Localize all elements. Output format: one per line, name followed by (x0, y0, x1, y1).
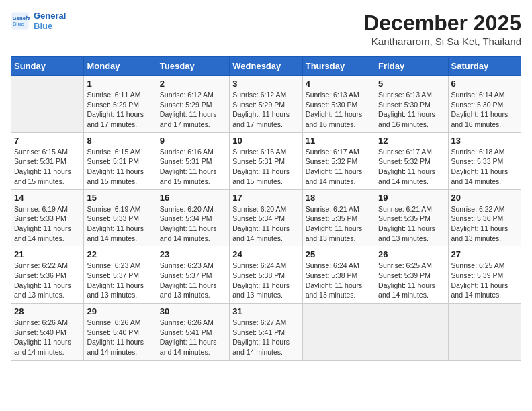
day-number: 6 (451, 79, 518, 89)
day-cell: 9Sunrise: 6:16 AM Sunset: 5:31 PM Daylig… (157, 132, 229, 189)
day-info: Sunrise: 6:26 AM Sunset: 5:41 PM Dayligh… (160, 318, 226, 357)
day-number: 14 (14, 193, 81, 203)
day-number: 15 (87, 193, 153, 203)
logo-icon: General Blue (11, 11, 30, 30)
week-row-2: 7Sunrise: 6:15 AM Sunset: 5:31 PM Daylig… (11, 132, 521, 189)
day-number: 27 (451, 249, 518, 259)
day-number: 31 (232, 306, 299, 316)
day-cell: 12Sunrise: 6:17 AM Sunset: 5:32 PM Dayli… (375, 132, 448, 189)
calendar-table: SundayMondayTuesdayWednesdayThursdayFrid… (11, 56, 521, 361)
day-cell: 28Sunrise: 6:26 AM Sunset: 5:40 PM Dayli… (11, 304, 84, 361)
top-row: General Blue General Blue December 2025 … (11, 11, 521, 52)
day-cell: 17Sunrise: 6:20 AM Sunset: 5:34 PM Dayli… (230, 189, 302, 246)
day-cell: 23Sunrise: 6:23 AM Sunset: 5:37 PM Dayli… (157, 246, 229, 304)
col-header-thursday: Thursday (302, 57, 375, 76)
day-number: 18 (306, 193, 372, 203)
col-header-monday: Monday (84, 57, 157, 76)
day-number: 8 (87, 136, 153, 146)
day-number: 30 (160, 306, 226, 316)
day-info: Sunrise: 6:14 AM Sunset: 5:30 PM Dayligh… (451, 90, 518, 130)
day-number: 7 (14, 136, 81, 146)
day-info: Sunrise: 6:22 AM Sunset: 5:36 PM Dayligh… (14, 261, 81, 300)
day-number: 5 (378, 79, 445, 89)
day-info: Sunrise: 6:23 AM Sunset: 5:37 PM Dayligh… (160, 261, 226, 300)
day-cell: 7Sunrise: 6:15 AM Sunset: 5:31 PM Daylig… (11, 132, 84, 189)
day-info: Sunrise: 6:26 AM Sunset: 5:40 PM Dayligh… (14, 318, 81, 357)
day-cell: 8Sunrise: 6:15 AM Sunset: 5:31 PM Daylig… (84, 132, 157, 189)
day-info: Sunrise: 6:19 AM Sunset: 5:33 PM Dayligh… (14, 204, 81, 244)
logo: General Blue General Blue (11, 11, 66, 31)
day-cell: 15Sunrise: 6:19 AM Sunset: 5:33 PM Dayli… (84, 189, 157, 246)
day-cell: 29Sunrise: 6:26 AM Sunset: 5:40 PM Dayli… (84, 304, 157, 361)
day-cell: 3Sunrise: 6:12 AM Sunset: 5:29 PM Daylig… (230, 76, 302, 133)
day-number: 25 (306, 249, 372, 259)
header-row: SundayMondayTuesdayWednesdayThursdayFrid… (11, 57, 521, 76)
day-info: Sunrise: 6:21 AM Sunset: 5:35 PM Dayligh… (306, 204, 372, 244)
day-info: Sunrise: 6:19 AM Sunset: 5:33 PM Dayligh… (87, 204, 153, 244)
day-cell: 5Sunrise: 6:13 AM Sunset: 5:30 PM Daylig… (375, 76, 448, 133)
location-title: Kanthararom, Si Sa Ket, Thailand (363, 36, 521, 47)
day-info: Sunrise: 6:13 AM Sunset: 5:30 PM Dayligh… (306, 90, 372, 130)
day-number: 11 (306, 136, 372, 146)
day-info: Sunrise: 6:20 AM Sunset: 5:34 PM Dayligh… (232, 204, 299, 244)
day-info: Sunrise: 6:18 AM Sunset: 5:33 PM Dayligh… (451, 147, 518, 187)
day-cell: 26Sunrise: 6:25 AM Sunset: 5:39 PM Dayli… (375, 246, 448, 304)
col-header-sunday: Sunday (11, 57, 84, 76)
day-cell: 27Sunrise: 6:25 AM Sunset: 5:39 PM Dayli… (448, 246, 521, 304)
day-info: Sunrise: 6:12 AM Sunset: 5:29 PM Dayligh… (232, 90, 299, 130)
day-info: Sunrise: 6:23 AM Sunset: 5:37 PM Dayligh… (87, 261, 153, 300)
day-number: 28 (14, 306, 81, 316)
day-number: 12 (378, 136, 445, 146)
day-number: 17 (232, 193, 299, 203)
col-header-tuesday: Tuesday (157, 57, 229, 76)
day-info: Sunrise: 6:21 AM Sunset: 5:35 PM Dayligh… (378, 204, 445, 244)
day-number: 9 (160, 136, 226, 146)
day-info: Sunrise: 6:25 AM Sunset: 5:39 PM Dayligh… (378, 261, 445, 300)
day-cell: 25Sunrise: 6:24 AM Sunset: 5:38 PM Dayli… (302, 246, 375, 304)
day-number: 26 (378, 249, 445, 259)
day-cell: 24Sunrise: 6:24 AM Sunset: 5:38 PM Dayli… (230, 246, 302, 304)
day-cell: 10Sunrise: 6:16 AM Sunset: 5:31 PM Dayli… (230, 132, 302, 189)
svg-text:General: General (13, 15, 30, 21)
day-info: Sunrise: 6:16 AM Sunset: 5:31 PM Dayligh… (160, 147, 226, 187)
day-number: 29 (87, 306, 153, 316)
day-cell (375, 304, 448, 361)
day-number: 19 (378, 193, 445, 203)
week-row-5: 28Sunrise: 6:26 AM Sunset: 5:40 PM Dayli… (11, 304, 521, 361)
day-info: Sunrise: 6:24 AM Sunset: 5:38 PM Dayligh… (306, 261, 372, 300)
week-row-1: 1Sunrise: 6:11 AM Sunset: 5:29 PM Daylig… (11, 76, 521, 133)
day-number: 22 (87, 249, 153, 259)
month-title: December 2025 (363, 11, 521, 36)
week-row-4: 21Sunrise: 6:22 AM Sunset: 5:36 PM Dayli… (11, 246, 521, 304)
day-cell (11, 76, 84, 133)
day-cell: 2Sunrise: 6:12 AM Sunset: 5:29 PM Daylig… (157, 76, 229, 133)
day-cell: 6Sunrise: 6:14 AM Sunset: 5:30 PM Daylig… (448, 76, 521, 133)
day-cell: 18Sunrise: 6:21 AM Sunset: 5:35 PM Dayli… (302, 189, 375, 246)
logo-text: General Blue (34, 11, 66, 31)
day-cell: 30Sunrise: 6:26 AM Sunset: 5:41 PM Dayli… (157, 304, 229, 361)
day-info: Sunrise: 6:15 AM Sunset: 5:31 PM Dayligh… (87, 147, 153, 187)
day-info: Sunrise: 6:24 AM Sunset: 5:38 PM Dayligh… (232, 261, 299, 300)
day-info: Sunrise: 6:11 AM Sunset: 5:29 PM Dayligh… (87, 90, 153, 130)
day-cell: 16Sunrise: 6:20 AM Sunset: 5:34 PM Dayli… (157, 189, 229, 246)
day-cell: 21Sunrise: 6:22 AM Sunset: 5:36 PM Dayli… (11, 246, 84, 304)
day-number: 10 (232, 136, 299, 146)
day-info: Sunrise: 6:16 AM Sunset: 5:31 PM Dayligh… (232, 147, 299, 187)
day-cell (302, 304, 375, 361)
day-number: 13 (451, 136, 518, 146)
day-info: Sunrise: 6:25 AM Sunset: 5:39 PM Dayligh… (451, 261, 518, 300)
week-row-3: 14Sunrise: 6:19 AM Sunset: 5:33 PM Dayli… (11, 189, 521, 246)
day-cell: 22Sunrise: 6:23 AM Sunset: 5:37 PM Dayli… (84, 246, 157, 304)
day-number: 1 (87, 79, 153, 89)
day-cell: 4Sunrise: 6:13 AM Sunset: 5:30 PM Daylig… (302, 76, 375, 133)
day-number: 4 (306, 79, 372, 89)
day-info: Sunrise: 6:12 AM Sunset: 5:29 PM Dayligh… (160, 90, 226, 130)
day-cell: 1Sunrise: 6:11 AM Sunset: 5:29 PM Daylig… (84, 76, 157, 133)
day-number: 24 (232, 249, 299, 259)
day-info: Sunrise: 6:22 AM Sunset: 5:36 PM Dayligh… (451, 204, 518, 244)
day-cell: 19Sunrise: 6:21 AM Sunset: 5:35 PM Dayli… (375, 189, 448, 246)
day-info: Sunrise: 6:17 AM Sunset: 5:32 PM Dayligh… (378, 147, 445, 187)
col-header-friday: Friday (375, 57, 448, 76)
day-info: Sunrise: 6:20 AM Sunset: 5:34 PM Dayligh… (160, 204, 226, 244)
day-cell: 31Sunrise: 6:27 AM Sunset: 5:41 PM Dayli… (230, 304, 302, 361)
